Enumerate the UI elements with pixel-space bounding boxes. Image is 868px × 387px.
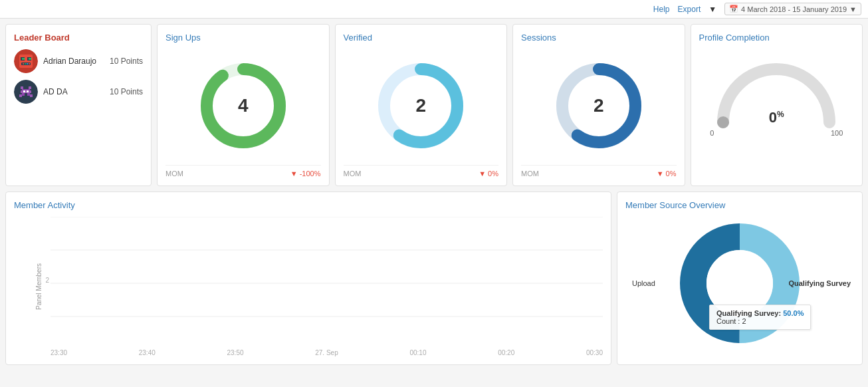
leader-points-2: 10 Points [110,87,143,96]
down-arrow-icon: ▼ [290,170,298,178]
activity-card: Member Activity Panel Members 2 [5,192,611,365]
signups-donut: 4 [193,56,293,156]
svg-rect-9 [27,63,28,64]
top-row: Leader Board [5,24,863,186]
source-label-right: Qualifying Survey [788,279,851,287]
leaderboard-card: Leader Board [5,24,152,186]
leader-points-1: 10 Points [110,57,143,66]
signups-mom-value: ▼ -100% [290,170,321,178]
gauge-labels: 0 100 [710,129,843,137]
top-bar: Help Export ▼ 📅 4 March 2018 - 15 Januar… [0,0,868,19]
sessions-donut-wrapper: 2 [521,49,677,162]
y-num-2: 2 [45,277,49,284]
help-link[interactable]: Help [653,5,670,14]
bottom-row: Member Activity Panel Members 2 [5,192,863,365]
tooltip-percent: 50.0% [783,309,804,317]
source-donut-wrapper: Upload Qualifying Survey Qualifying Surv… [625,217,854,350]
source-title: Member Source Overview [625,200,854,210]
verified-mom-value: ▼ 0% [479,170,498,178]
down-arrow-icon-2: ▼ [479,170,486,178]
signups-title: Sign Ups [165,33,321,43]
verified-value: 2 [415,95,426,116]
profile-title: Profile Completion [699,33,855,43]
sessions-mom-value: ▼ 0% [657,170,677,178]
leaderboard-title: Leader Board [14,33,143,43]
leader-name-2: AD DA [43,87,104,96]
svg-rect-15 [21,90,31,93]
activity-title: Member Activity [14,200,603,210]
svg-rect-8 [25,63,26,64]
leader-item-1: Adrian Daraujo 10 Points [14,49,143,73]
gauge-max-label: 100 [831,129,843,137]
x-label-0: 23:30 [51,349,67,356]
svg-rect-10 [29,63,30,64]
calendar-icon: 📅 [729,5,738,13]
x-label-3: 27. Sep [315,349,338,356]
x-label-6: 00:30 [586,349,603,356]
svg-rect-16 [22,93,25,96]
svg-rect-5 [29,58,31,60]
leader-item-2: AD DA 10 Points [14,80,143,104]
source-card: Member Source Overview Upload Qualifying… [617,192,863,365]
leader-name-1: Adrian Daraujo [43,57,104,66]
svg-rect-19 [30,94,33,97]
date-range-text: 4 March 2018 - 15 January 2019 [741,5,847,13]
x-label-1: 23:40 [139,349,156,356]
svg-rect-7 [23,63,24,64]
tooltip-count-value: 2 [742,317,746,325]
signups-value: 4 [238,95,249,116]
verified-card: Verified 2 MOM ▼ 0% [335,24,508,186]
date-range[interactable]: 📅 4 March 2018 - 15 January 2019 ▼ [724,3,861,15]
sessions-title: Sessions [521,33,677,43]
avatar-1 [14,49,38,73]
avatar-2 [14,80,38,104]
svg-rect-1 [19,55,33,68]
gauge-wrapper: 0% 0 100 [699,49,855,144]
main-content: Leader Board [0,19,868,370]
svg-rect-13 [29,86,31,89]
profile-value: 0% [769,109,784,126]
sessions-value: 2 [594,95,604,116]
svg-rect-20 [23,90,25,92]
svg-rect-12 [21,86,23,89]
verified-donut: 2 [371,56,471,156]
x-label-5: 00:20 [498,349,514,356]
source-tooltip: Qualifying Survey: 50.0% Count : 2 [709,305,811,330]
signups-mom: MOM ▼ -100% [165,165,321,178]
svg-rect-17 [27,93,30,96]
sessions-mom-label: MOM [521,170,539,178]
svg-rect-18 [19,94,22,97]
gauge-min-label: 0 [710,129,714,137]
verified-donut-wrapper: 2 [344,49,499,162]
verified-mom: MOM ▼ 0% [344,165,499,178]
tooltip-label: Qualifying Survey: [716,309,781,317]
verified-mom-label: MOM [344,170,362,178]
signups-donut-wrapper: 4 [165,49,321,162]
x-label-4: 00:10 [409,349,426,356]
signups-mom-label: MOM [165,170,183,178]
sessions-donut: 2 [549,56,649,156]
source-label-left: Upload [632,279,655,287]
tooltip-count-label: Count : [716,317,740,325]
x-label-2: 23:50 [227,349,244,356]
down-arrow-icon-3: ▼ [657,170,664,178]
verified-title: Verified [344,33,499,43]
sessions-mom: MOM ▼ 0% [521,165,677,178]
svg-rect-21 [27,90,29,92]
svg-rect-4 [22,58,25,60]
sessions-card: Sessions 2 MOM ▼ 0% [512,24,685,186]
export-link[interactable]: Export [678,5,701,14]
signups-card: Sign Ups 4 MOM ▼ -100% [157,24,330,186]
profile-card: Profile Completion 0% 0 100 [691,24,863,186]
date-range-chevron: ▼ [849,5,857,13]
